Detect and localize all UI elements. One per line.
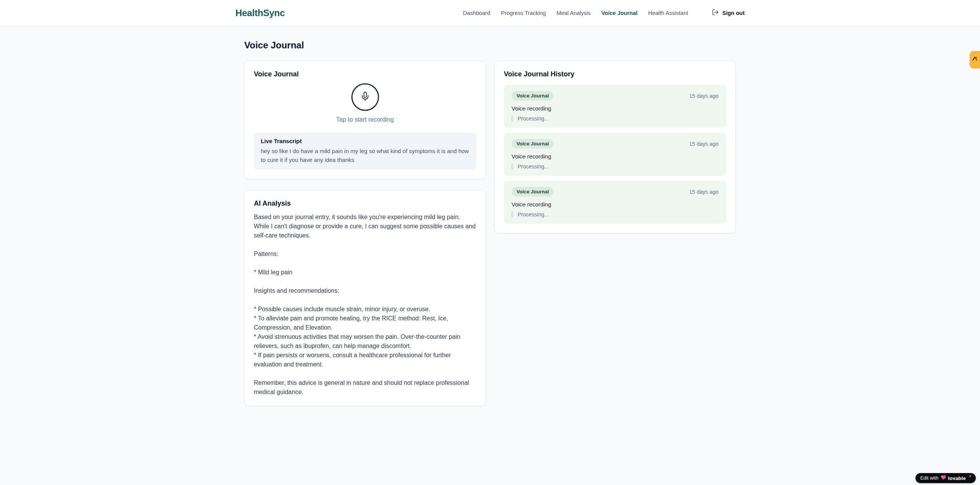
- live-transcript-box: Live Transcript hey so like I do have a …: [254, 132, 476, 170]
- log-out-icon: [712, 9, 719, 17]
- nav-dashboard[interactable]: Dashboard: [463, 10, 490, 16]
- entry-type-badge: Voice Journal: [512, 91, 554, 101]
- sign-out-label: Sign out: [722, 10, 745, 16]
- page-title: Voice Journal: [244, 40, 736, 51]
- microphone-icon: [360, 91, 370, 103]
- caret-logo-icon: [972, 56, 978, 64]
- entry-status: Processing...: [512, 163, 718, 170]
- entry-status: Processing...: [512, 211, 718, 218]
- live-transcript-title: Live Transcript: [261, 138, 469, 144]
- header: HealthSync Dashboard Progress Tracking M…: [0, 0, 980, 26]
- entry-type-badge: Voice Journal: [512, 187, 554, 196]
- voice-recorder-card: Voice Journal Tap to start recording: [244, 61, 486, 179]
- history-list: Voice Journal 15 days ago Voice recordin…: [504, 85, 726, 224]
- history-card-title: Voice Journal History: [504, 70, 726, 78]
- live-transcript-text: hey so like I do have a mild pain in my …: [261, 147, 469, 164]
- main-nav: Dashboard Progress Tracking Meal Analysi…: [463, 9, 745, 17]
- lovable-brand-label: lovable: [948, 475, 966, 481]
- record-button[interactable]: [351, 83, 379, 111]
- nav-progress-tracking[interactable]: Progress Tracking: [501, 10, 546, 16]
- gradient-heart-icon: [941, 475, 948, 482]
- lovable-prefix-label: Edit with: [920, 475, 939, 481]
- history-entry[interactable]: Voice Journal 15 days ago Voice recordin…: [504, 133, 726, 176]
- history-entry[interactable]: Voice Journal 15 days ago Voice recordin…: [504, 85, 726, 128]
- edit-with-lovable-badge[interactable]: Edit with lovable ×: [915, 473, 976, 483]
- nav-voice-journal[interactable]: Voice Journal: [601, 10, 637, 16]
- nav-health-assistant[interactable]: Health Assistant: [648, 10, 688, 16]
- ai-analysis-title: AI Analysis: [254, 200, 476, 207]
- badge-close-icon[interactable]: ×: [969, 473, 972, 479]
- sign-out-button[interactable]: Sign out: [712, 9, 745, 17]
- nav-meal-analysis[interactable]: Meal Analysis: [556, 10, 591, 16]
- entry-type-badge: Voice Journal: [512, 139, 554, 148]
- entry-status: Processing...: [512, 115, 718, 122]
- edge-logo-tab[interactable]: [970, 51, 980, 68]
- main-content: Voice Journal Voice Journal: [244, 26, 736, 406]
- entry-timestamp: 15 days ago: [689, 141, 718, 147]
- recorder-card-title: Voice Journal: [254, 70, 476, 78]
- history-entry[interactable]: Voice Journal 15 days ago Voice recordin…: [504, 181, 726, 224]
- tap-to-record-hint: Tap to start recording: [336, 116, 394, 123]
- entry-title: Voice recording: [512, 201, 718, 208]
- app-logo[interactable]: HealthSync: [235, 8, 285, 18]
- ai-analysis-body: Based on your journal entry, it sounds l…: [254, 213, 476, 397]
- entry-title: Voice recording: [512, 105, 718, 112]
- ai-analysis-card: AI Analysis Based on your journal entry,…: [244, 190, 486, 406]
- voice-journal-history-card: Voice Journal History Voice Journal 15 d…: [494, 61, 736, 233]
- entry-timestamp: 15 days ago: [689, 189, 718, 195]
- entry-timestamp: 15 days ago: [689, 93, 718, 99]
- entry-title: Voice recording: [512, 153, 718, 160]
